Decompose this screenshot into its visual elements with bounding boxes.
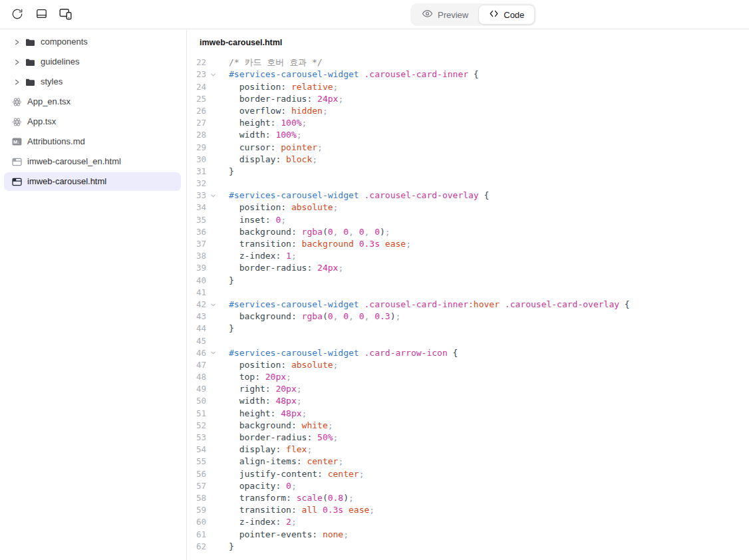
line-number: 49 <box>188 383 206 395</box>
line-number: 46 <box>188 347 206 359</box>
fold-gutter-spacer <box>206 432 220 444</box>
code-text: #services-carousel-widget .carousel-card… <box>220 69 479 80</box>
line-number: 52 <box>188 420 206 432</box>
fold-gutter-spacer <box>206 444 220 456</box>
chevron-right-icon[interactable] <box>12 39 21 46</box>
fold-toggle[interactable] <box>206 299 220 311</box>
code-line: 38 z-index: 1; <box>188 250 749 262</box>
responsive-devices-icon <box>59 7 73 23</box>
line-number: 45 <box>188 335 206 347</box>
sidebar-item-label: guidelines <box>41 53 80 71</box>
code-line: 29 cursor: pointer; <box>188 142 749 154</box>
fold-gutter-spacer <box>206 541 220 553</box>
fold-gutter-spacer <box>206 275 220 287</box>
folder-icon <box>24 58 36 67</box>
line-number: 48 <box>188 371 206 383</box>
code-line: 41 <box>188 287 749 299</box>
fold-gutter-spacer <box>206 323 220 335</box>
chevron-right-icon[interactable] <box>12 59 21 66</box>
sidebar-item-imweb-carousel-en-html[interactable]: imweb-carousel_en.html <box>4 152 181 171</box>
code-text: } <box>220 166 234 178</box>
line-number: 43 <box>188 311 206 323</box>
code-line: 51 height: 48px; <box>188 408 749 420</box>
code-text: #services-carousel-widget .carousel-card… <box>220 299 630 311</box>
code-line: 39 border-radius: 24px; <box>188 262 749 274</box>
code-text: pointer-events: none; <box>220 529 349 541</box>
line-number: 55 <box>188 456 206 468</box>
line-number: 56 <box>188 468 206 480</box>
code-line: 40} <box>188 275 749 287</box>
sidebar-item-components[interactable]: components <box>4 33 181 51</box>
folder-icon <box>24 78 36 86</box>
responsive-preview-button[interactable] <box>53 3 77 27</box>
line-number: 59 <box>188 504 206 516</box>
html-icon <box>11 158 23 166</box>
chevron-right-icon[interactable] <box>12 78 21 86</box>
sidebar-item-attributions-md[interactable]: M↓Attributions.md <box>4 132 181 151</box>
panel-bottom-icon <box>35 7 48 22</box>
sidebar-item-label: imweb-carousel_en.html <box>27 152 121 171</box>
line-number: 37 <box>188 238 206 250</box>
line-number: 25 <box>188 93 206 105</box>
code-line: 62} <box>188 541 749 553</box>
sidebar-item-app-tsx[interactable]: App.tsx <box>4 112 181 131</box>
fold-toggle[interactable] <box>206 347 220 359</box>
code-line: 50 width: 48px; <box>188 395 749 407</box>
code-line: 31} <box>188 166 749 178</box>
code-text: border-radius: 50%; <box>220 432 338 444</box>
line-number: 33 <box>188 190 206 202</box>
code-text: background: rgba(0, 0, 0, 0); <box>220 226 390 238</box>
panel-bottom-button[interactable] <box>29 3 53 27</box>
preview-tab[interactable]: Preview <box>412 5 478 25</box>
fold-toggle[interactable] <box>206 190 220 202</box>
code-text: width: 100%; <box>220 129 302 141</box>
folder-icon <box>24 38 36 47</box>
sidebar-item-app-en-tsx[interactable]: App_en.tsx <box>4 92 181 111</box>
code-line: 61 pointer-events: none; <box>188 529 749 541</box>
line-number: 54 <box>188 444 206 456</box>
line-number: 53 <box>188 432 206 444</box>
fold-gutter-spacer <box>206 105 220 117</box>
code-line: 55 align-items: center; <box>188 456 749 468</box>
fold-gutter-spacer <box>206 468 220 480</box>
code-text: /* 카드 호버 효과 */ <box>220 57 323 69</box>
code-text <box>220 335 229 347</box>
code-tab-label: Code <box>504 10 524 20</box>
fold-gutter-spacer <box>206 81 220 93</box>
sidebar-item-label: styles <box>41 72 63 91</box>
code-line: 37 transition: background 0.3s ease; <box>188 238 749 250</box>
fold-gutter-spacer <box>206 57 220 69</box>
code-line: 56 justify-content: center; <box>188 468 749 480</box>
fold-gutter-spacer <box>206 395 220 407</box>
code-text: justify-content: center; <box>220 468 365 480</box>
sidebar-item-guidelines[interactable]: guidelines <box>4 53 181 71</box>
code-text: position: relative; <box>220 81 338 93</box>
sidebar-item-styles[interactable]: styles <box>4 72 181 91</box>
line-number: 24 <box>188 81 206 93</box>
line-number: 34 <box>188 202 206 213</box>
line-number: 58 <box>188 492 206 504</box>
code-text: width: 48px; <box>220 395 302 407</box>
code-text: background: white; <box>220 420 333 432</box>
line-number: 31 <box>188 166 206 178</box>
line-number: 41 <box>188 287 206 299</box>
code-tab[interactable]: Code <box>478 5 535 25</box>
sidebar-item-imweb-carousel-html[interactable]: imweb-carousel.html <box>4 172 181 191</box>
line-number: 60 <box>188 516 206 528</box>
line-number: 38 <box>188 250 206 262</box>
fold-gutter-spacer <box>206 420 220 432</box>
line-number: 42 <box>188 299 206 311</box>
fold-gutter-spacer <box>206 287 220 299</box>
refresh-button[interactable] <box>5 3 29 27</box>
code-text: position: absolute; <box>220 359 338 371</box>
fold-gutter-spacer <box>206 129 220 141</box>
code-line: 25 border-radius: 24px; <box>188 93 749 105</box>
fold-gutter-spacer <box>206 456 220 468</box>
fold-gutter-spacer <box>206 504 220 516</box>
fold-toggle[interactable] <box>206 69 220 80</box>
code-line: 26 overflow: hidden; <box>188 105 749 117</box>
line-number: 29 <box>188 142 206 154</box>
code-line: 53 border-radius: 50%; <box>188 432 749 444</box>
line-number: 28 <box>188 129 206 141</box>
code-line: 35 inset: 0; <box>188 214 749 226</box>
